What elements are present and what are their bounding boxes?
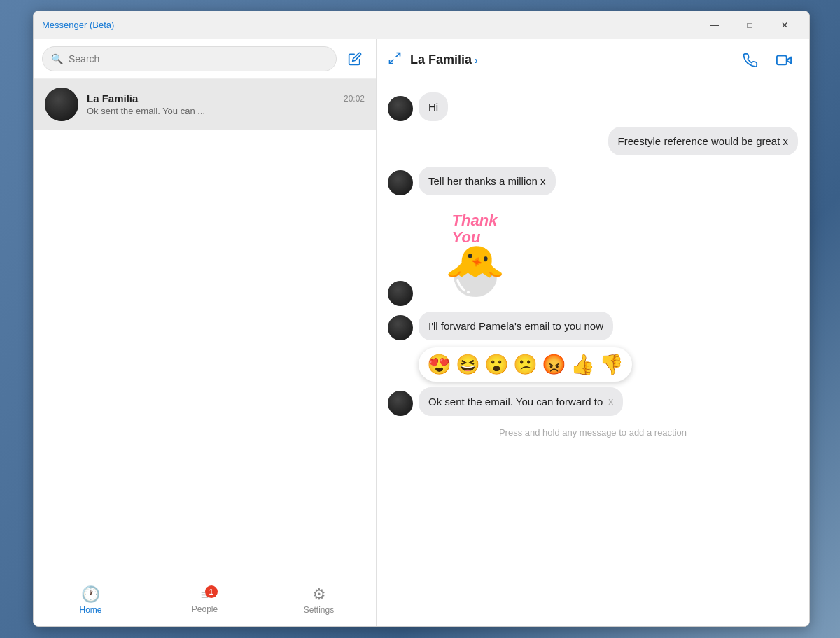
conv-preview: Ok sent the email. You can ... [87,106,365,116]
minimize-button[interactable]: — [699,14,731,36]
svg-rect-3 [777,55,787,64]
reaction-sad[interactable]: 😕 [513,353,538,376]
chat-header: La Familia › [377,39,809,81]
close-message-button[interactable]: x [608,395,613,409]
msg-with-close: Ok sent the email. You can forward to x [428,394,613,409]
nav-item-settings[interactable]: ⚙ Settings [262,580,376,620]
message-avatar [388,315,413,340]
chat-title-text: La Familia [410,53,472,67]
nav-item-home[interactable]: 🕐 Home [34,580,148,620]
search-input[interactable] [69,53,328,64]
title-bar-controls: — □ ✕ [699,14,801,36]
reaction-hint: Press and hold any message to add a reac… [388,422,798,446]
message-text: Ok sent the email. You can forward to [428,394,603,409]
svg-line-0 [396,53,400,57]
message-row: Freestyle reference would be great x [388,127,798,155]
reaction-bar: 😍 😆 😮 😕 😡 👍 👎 [419,347,632,382]
nav-label-settings: Settings [304,605,334,615]
maximize-button[interactable]: □ [734,14,766,36]
expand-button[interactable] [388,51,402,69]
search-box[interactable]: 🔍 [42,46,337,71]
message-bubble: Hi [419,92,448,121]
sticker-message: ThankYou 🐣 [419,201,531,306]
conv-time: 20:02 [344,94,365,104]
sidebar: 🔍 La Familia [34,39,377,626]
close-button[interactable]: ✕ [769,14,801,36]
nav-item-people[interactable]: 1 ≡ People [148,581,262,620]
message-row: ThankYou 🐣 [388,201,798,306]
sticker-emoji: 🐣 [444,246,505,295]
reaction-angry[interactable]: 😡 [542,353,566,376]
sticker-avatar [388,281,413,306]
voice-call-button[interactable] [736,46,764,74]
messages-container[interactable]: Hi Freestyle reference would be great x … [377,81,809,626]
message-avatar [388,96,413,121]
conv-name-row: La Familia 20:02 [87,92,365,104]
reaction-thumbsup[interactable]: 👍 [570,353,595,376]
nav-label-people: People [192,604,218,614]
message-bubble: Ok sent the email. You can forward to x [419,387,623,416]
conv-name: La Familia [87,92,138,104]
svg-line-1 [390,60,394,64]
sidebar-header: 🔍 [34,39,376,79]
reaction-wow[interactable]: 😮 [484,353,509,376]
message-row: Hi [388,92,798,121]
bottom-nav: 🕐 Home 1 ≡ People ⚙ Settings [34,574,376,626]
reaction-love[interactable]: 😍 [427,353,451,376]
main-layout: 🔍 La Familia [34,39,809,626]
window-title: Messenger (Beta) [42,20,699,30]
message-row: I'll forward Pamela's email to you now [388,312,798,340]
message-avatar [388,391,413,416]
search-icon: 🔍 [51,53,63,64]
video-call-button[interactable] [770,46,798,74]
conversation-list: La Familia 20:02 Ok sent the email. You … [34,79,376,574]
compose-button[interactable] [342,46,368,71]
chat-title-chevron: › [475,55,478,66]
svg-marker-2 [787,57,791,63]
reaction-thumbsdown[interactable]: 👎 [599,353,624,376]
message-row: Ok sent the email. You can forward to x [388,387,798,416]
app-window: Messenger (Beta) — □ ✕ 🔍 [33,11,810,627]
settings-icon: ⚙ [312,585,326,604]
home-icon: 🕐 [81,585,100,604]
people-badge: 1 [205,585,218,598]
chat-area: La Familia › [377,39,809,626]
message-bubble: Tell her thanks a million x [419,167,556,195]
chat-header-actions [736,46,798,74]
reaction-laugh[interactable]: 😆 [456,353,480,376]
nav-label-home: Home [79,605,102,615]
message-avatar [388,170,413,195]
conversation-item[interactable]: La Familia 20:02 Ok sent the email. You … [34,79,376,130]
sticker-text: ThankYou [452,212,498,246]
message-bubble: Freestyle reference would be great x [608,127,798,155]
conv-info: La Familia 20:02 Ok sent the email. You … [87,92,365,116]
chat-title[interactable]: La Familia › [410,53,736,67]
message-bubble: I'll forward Pamela's email to you now [419,312,613,340]
message-row: Tell her thanks a million x [388,167,798,195]
avatar [45,88,78,121]
title-bar: Messenger (Beta) — □ ✕ [34,11,809,39]
